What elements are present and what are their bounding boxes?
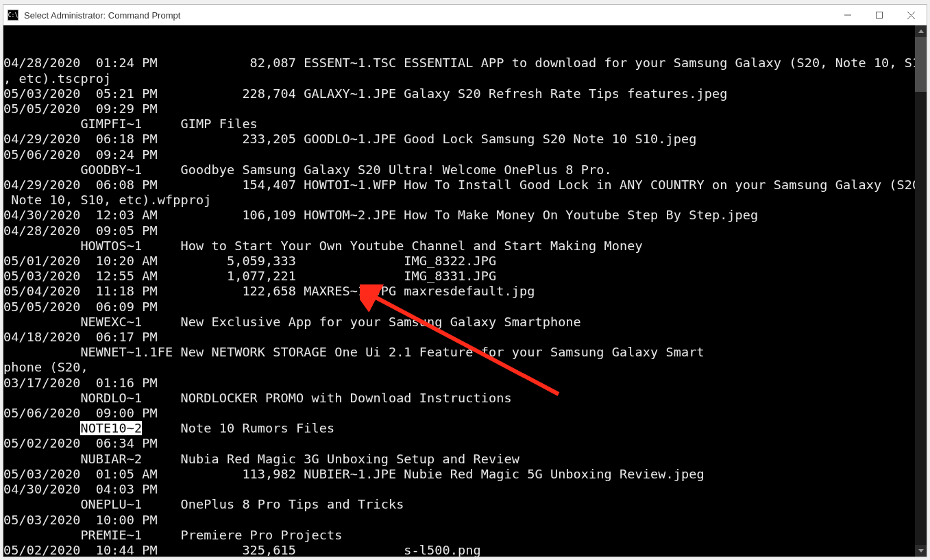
dir-entry: 05/03/2020 10:00 PM PREMIE~1 Premiere Pr… [3, 513, 925, 543]
svg-marker-4 [918, 29, 924, 33]
dir-entry-wrap: , etc).tscproj [3, 71, 925, 86]
dir-entry: 05/04/2020 11:18 PM 122,658 MAXRES~1.JPG… [3, 284, 925, 299]
dir-entry: 05/01/2020 10:20 AM 5,059,333 IMG_8322.J… [3, 254, 925, 269]
dir-entry: 05/05/2020 09:29 PM GIMPFI~1 GIMP Files [3, 101, 925, 132]
svg-rect-1 [877, 12, 883, 19]
dir-entry: 04/29/2020 06:18 PM 233,205 GOODLO~1.JPE… [3, 132, 925, 147]
dir-entry-wrap: Note 10, S10, etc).wfpproj [3, 193, 925, 208]
dir-entry: 04/28/2020 09:05 PM HOWTOS~1 How to Star… [3, 223, 925, 254]
command-prompt-window: C:\ Select Administrator: Command Prompt… [3, 4, 927, 557]
dir-entry: 05/02/2020 10:44 PM 325,615 s-l500.png [3, 543, 925, 557]
scroll-thumb[interactable] [915, 37, 927, 92]
dir-entry: 05/03/2020 05:21 PM 228,704 GALAXY~1.JPE… [3, 86, 925, 101]
svg-marker-5 [918, 549, 924, 552]
scrollbar[interactable] [915, 25, 927, 557]
dir-entry: 04/28/2020 01:24 PM 82,087 ESSENT~1.TSC … [3, 56, 925, 71]
dir-entry: 05/06/2020 09:00 PM NOTE10~2 Note 10 Rum… [3, 406, 925, 436]
dir-entry: 05/02/2020 06:34 PM NUBIAR~2 Nubia Red M… [3, 436, 925, 466]
close-button[interactable] [895, 5, 927, 25]
minimize-button[interactable] [832, 5, 864, 25]
dir-entry-wrap: phone (S20, [3, 360, 925, 375]
maximize-button[interactable] [864, 5, 895, 25]
dir-entry: 04/30/2020 12:03 AM 106,109 HOWTOM~2.JPE… [3, 208, 925, 223]
scroll-track[interactable] [915, 37, 927, 545]
dir-entry: 05/03/2020 12:55 AM 1,077,221 IMG_8331.J… [3, 269, 925, 284]
dir-entry: 05/05/2020 06:09 PM NEWEXC~1 New Exclusi… [3, 300, 925, 330]
scroll-up-button[interactable] [915, 25, 927, 37]
cmd-icon: C:\ [8, 10, 19, 21]
window-title: Select Administrator: Command Prompt [24, 10, 180, 21]
dir-entry: 04/29/2020 06:08 PM 154,407 HOWTOI~1.WFP… [3, 178, 925, 193]
scroll-down-button[interactable] [915, 545, 927, 557]
console-output[interactable]: 04/28/2020 01:24 PM 82,087 ESSENT~1.TSC … [3, 25, 927, 557]
dir-entry: 04/30/2020 04:03 PM ONEPLU~1 OnePlus 8 P… [3, 482, 925, 512]
dir-entry: 04/18/2020 06:17 PM NEWNET~1.1FE New NET… [3, 330, 925, 360]
dir-entry: 05/03/2020 01:05 AM 113,982 NUBIER~1.JPE… [3, 467, 925, 482]
dir-entry: 03/17/2020 01:16 PM NORDLO~1 NORDLOCKER … [3, 376, 925, 406]
dir-entry: 05/06/2020 09:24 PM GOODBY~1 Goodbye Sam… [3, 147, 925, 178]
titlebar[interactable]: C:\ Select Administrator: Command Prompt [3, 5, 927, 25]
